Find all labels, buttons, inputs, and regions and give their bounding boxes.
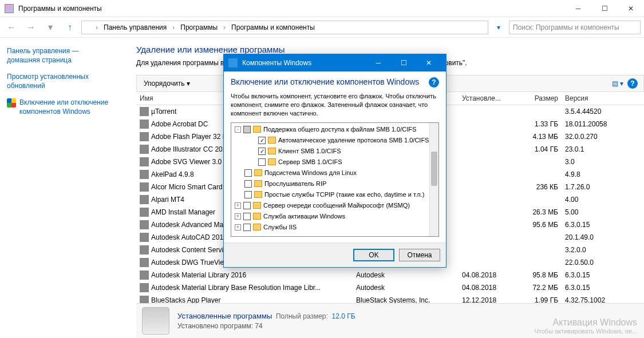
back-button[interactable]: ←: [3, 19, 19, 35]
col-date[interactable]: Установле...: [459, 94, 513, 102]
tree-item[interactable]: +Службы IIS: [232, 222, 437, 233]
program-name: Autodesk Content Service: [151, 246, 231, 254]
folder-icon: [268, 158, 276, 165]
program-row[interactable]: Autodesk Material Library Base Resolutio…: [136, 281, 644, 294]
help-button[interactable]: ?: [625, 77, 640, 90]
sidebar-updates-link[interactable]: Просмотр установленных обновлений: [7, 73, 113, 90]
cancel-button[interactable]: Отмена: [399, 249, 440, 261]
folder-icon: [268, 148, 276, 154]
program-size: 95.8 МБ: [513, 271, 562, 279]
program-row[interactable]: Autodesk Material Library 2016Autodesk04…: [136, 269, 644, 281]
feature-checkbox[interactable]: [243, 224, 251, 231]
expand-toggle[interactable]: +: [235, 202, 241, 209]
scroll-thumb[interactable]: [431, 152, 437, 186]
program-name: Autodesk Material Library Base Resolutio…: [151, 284, 321, 292]
feature-label: Клиент SMB 1.0/CIFS: [278, 148, 341, 154]
feature-checkbox[interactable]: [243, 213, 251, 220]
sidebar-home-link[interactable]: Панель управления — домашняя страница: [7, 47, 113, 65]
view-button[interactable]: ▤ ▾: [610, 77, 625, 90]
program-icon: [140, 120, 149, 129]
program-size: 95.6 МБ: [513, 221, 562, 229]
program-version: 32.0.0.270: [562, 133, 630, 141]
dialog-close-button[interactable]: ✕: [416, 54, 441, 71]
dialog-hint: Чтобы включить компонент, установите его…: [231, 92, 439, 118]
feature-checkbox[interactable]: [244, 169, 252, 177]
chevron-right-icon[interactable]: ›: [94, 23, 99, 31]
program-version: 23.0.1: [562, 145, 630, 153]
dialog-icon: [228, 58, 238, 67]
feature-checkbox[interactable]: [244, 191, 252, 198]
recent-dropdown[interactable]: ▾: [42, 19, 58, 35]
ok-button[interactable]: OK: [353, 249, 394, 261]
feature-checkbox[interactable]: [243, 202, 251, 209]
folder-icon: [253, 202, 261, 209]
dialog-titlebar[interactable]: Компоненты Windows ─ ☐ ✕: [224, 54, 446, 71]
program-icon: [140, 208, 149, 217]
feature-label: Сервер очереди сообщений Майкрософт (MSM…: [263, 202, 410, 209]
tree-item[interactable]: Сервер SMB 1.0/CIFS: [232, 157, 437, 168]
refresh-dropdown[interactable]: ▾: [492, 21, 505, 34]
crumb-2[interactable]: Программы и компоненты: [228, 22, 318, 33]
program-icon: [140, 220, 149, 229]
program-version: 1.7.26.0: [562, 183, 630, 191]
close-button[interactable]: ✕: [618, 0, 644, 17]
tree-item[interactable]: Прослушиватель RIP: [232, 178, 437, 189]
folder-icon: [253, 224, 261, 230]
program-size: 72.2 МБ: [513, 284, 562, 292]
folder-icon: [253, 126, 261, 133]
tree-item[interactable]: -Поддержка общего доступа к файлам SMB 1…: [232, 124, 437, 135]
program-icon: [140, 170, 149, 179]
dialog-maximize-button[interactable]: ☐: [391, 54, 416, 71]
tree-item[interactable]: +Служба активации Windows: [232, 211, 437, 222]
crumb-1[interactable]: Программы: [177, 22, 221, 33]
program-icon: [140, 271, 149, 280]
up-button[interactable]: ↑: [62, 19, 78, 35]
feature-checkbox[interactable]: [244, 180, 252, 188]
program-version: 3.0: [562, 158, 630, 166]
expand-toggle[interactable]: +: [235, 224, 241, 230]
tree-scrollbar[interactable]: [429, 123, 438, 236]
program-row[interactable]: BlueStacks App PlayerBlueStack Systems, …: [136, 294, 644, 303]
program-size: 4.13 МБ: [513, 133, 562, 141]
tree-item[interactable]: Простые службы TCPIP (такие как echo, da…: [232, 189, 437, 200]
feature-label: Автоматическое удаление протокола SMB 1.…: [278, 137, 429, 144]
program-size: 236 КБ: [513, 183, 562, 191]
programs-icon: [142, 307, 169, 335]
feature-checkbox[interactable]: [258, 148, 266, 155]
search-input[interactable]: Поиск: Программы и компоненты: [509, 21, 641, 34]
organize-button[interactable]: Упорядочить ▾: [140, 78, 193, 89]
feature-checkbox[interactable]: [258, 137, 266, 144]
feature-checkbox[interactable]: [258, 158, 266, 166]
tree-item[interactable]: Клиент SMB 1.0/CIFS: [232, 146, 437, 157]
tree-item[interactable]: Подсистема Windows для Linux: [232, 168, 437, 178]
program-date: 12.12.2018: [459, 296, 513, 303]
feature-checkbox[interactable]: [243, 126, 251, 133]
maximize-button[interactable]: ☐: [591, 0, 618, 17]
program-publisher: Autodesk: [353, 284, 459, 292]
app-icon: [5, 4, 14, 13]
sidebar-features-link[interactable]: Включение или отключение компонентов Win…: [7, 98, 113, 116]
crumb-0[interactable]: Панель управления: [100, 22, 170, 33]
dialog-heading-text: Включение или отключение компонентов Win…: [231, 77, 419, 86]
breadcrumb[interactable]: › Панель управления › Программы › Програ…: [81, 21, 488, 34]
program-name: AMD Install Manager: [151, 208, 215, 216]
program-icon: [140, 182, 149, 192]
titlebar: Программы и компоненты ─ ☐ ✕: [0, 0, 644, 17]
chevron-right-icon[interactable]: ›: [171, 23, 176, 31]
expand-toggle[interactable]: -: [235, 126, 241, 133]
col-size[interactable]: Размер: [513, 94, 562, 102]
dialog-help-icon[interactable]: ?: [429, 77, 439, 88]
program-icon: [140, 145, 149, 154]
tree-item[interactable]: +Сервер очереди сообщений Майкрософт (MS…: [232, 200, 437, 211]
col-version[interactable]: Версия: [562, 94, 630, 102]
feature-label: Поддержка общего доступа к файлам SMB 1.…: [263, 126, 416, 133]
tree-item[interactable]: Автоматическое удаление протокола SMB 1.…: [232, 135, 437, 146]
features-tree[interactable]: -Поддержка общего доступа к файлам SMB 1…: [231, 122, 439, 237]
chevron-right-icon[interactable]: ›: [222, 23, 227, 31]
watermark-l1: Активация Windows: [535, 317, 638, 328]
expand-toggle[interactable]: +: [235, 213, 241, 220]
minimize-button[interactable]: ─: [565, 0, 591, 17]
feature-label: Сервер SMB 1.0/CIFS: [278, 158, 342, 165]
dialog-minimize-button[interactable]: ─: [366, 54, 391, 71]
folder-icon: [268, 137, 276, 144]
